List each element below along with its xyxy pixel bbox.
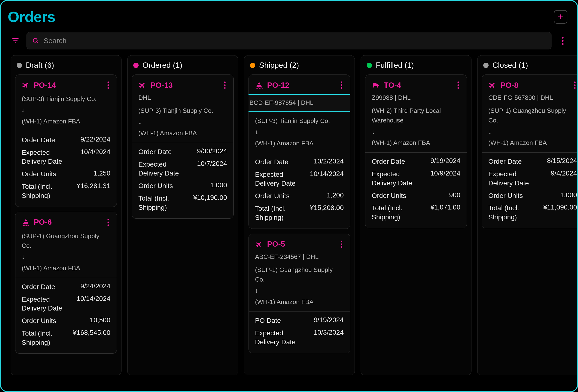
- stat-value: 9/19/2024: [430, 157, 460, 165]
- order-card[interactable]: PO-5ABC-EF-234567 | DHL(SUP-1) Guangzhou…: [248, 234, 350, 353]
- stat-value: 10/14/2024: [77, 295, 110, 302]
- stat-label: Expected Delivery Date: [488, 169, 540, 188]
- card-more-button[interactable]: [339, 240, 344, 249]
- card-stats: Order Date9/30/2024Expected Delivery Dat…: [132, 143, 233, 218]
- column-fulfilled: Fulfilled (1)TO-4Z99988 | DHL(WH-2) Thir…: [361, 55, 472, 375]
- route: (WH-2) Third Party Local Warehouse↓(WH-1…: [372, 106, 460, 147]
- card-stats: Order Date9/24/2024Expected Delivery Dat…: [15, 278, 117, 353]
- stat-label: Order Date: [138, 147, 172, 156]
- arrow-down-icon: ↓: [255, 286, 344, 295]
- stat-row: Order Date9/19/2024: [372, 157, 460, 166]
- card-body: PO-13DHL(SUP-3) Tianjin Supply Co.↓(WH-1…: [132, 75, 233, 138]
- stat-row: Total (Incl. Shipping)¥16,281.31: [22, 182, 110, 200]
- stat-row: Expected Delivery Date10/7/2024: [138, 160, 227, 178]
- stat-label: Total (Incl. Shipping): [488, 203, 540, 222]
- stat-row: Total (Incl. Shipping)¥15,208.00: [255, 204, 344, 222]
- stat-row: Total (Incl. Shipping)¥10,190.00: [138, 194, 227, 212]
- stat-row: Order Date9/22/2024: [22, 136, 110, 145]
- app-frame: Orders Draft (6)PO-14(SUP-3) Tianjin Sup…: [0, 0, 578, 392]
- ship-icon: [255, 81, 263, 89]
- card-title-row: PO-6: [22, 218, 110, 227]
- card-title-left: TO-4: [372, 81, 401, 90]
- stat-row: Order Date9/30/2024: [138, 147, 227, 156]
- order-id: PO-8: [500, 81, 519, 90]
- toolbar-more-button[interactable]: [558, 36, 567, 46]
- status-dot-icon: [133, 63, 139, 68]
- tracking-info[interactable]: BCD-EF-987654 | DHL: [248, 94, 350, 112]
- stat-value: 9/19/2024: [314, 316, 344, 324]
- stat-value: ¥10,190.00: [193, 194, 227, 201]
- stat-label: Expected Delivery Date: [138, 160, 190, 178]
- stat-value: 900: [449, 191, 460, 199]
- route-to: (WH-1) Amazon FBA: [488, 138, 577, 147]
- card-more-button[interactable]: [456, 81, 460, 90]
- tracking-info[interactable]: CDE-FG-567890 | DHL: [488, 94, 577, 101]
- column-draft: Draft (6)PO-14(SUP-3) Tianjin Supply Co.…: [11, 55, 121, 375]
- stat-row: Order Units1,200: [255, 192, 344, 200]
- stat-label: Order Units: [138, 181, 173, 191]
- order-card[interactable]: PO-8CDE-FG-567890 | DHL(SUP-1) Guangzhou…: [482, 74, 577, 228]
- card-body: PO-5ABC-EF-234567 | DHL(SUP-1) Guangzhou…: [249, 234, 350, 307]
- column-shipped: Shipped (2)PO-12BCD-EF-987654 | DHL(SUP-…: [244, 55, 355, 375]
- tracking-info[interactable]: DHL: [138, 94, 227, 101]
- order-card[interactable]: PO-14(SUP-3) Tianjin Supply Co.↓(WH-1) A…: [15, 74, 117, 207]
- column-closed: Closed (1)PO-8CDE-FG-567890 | DHL(SUP-1)…: [477, 55, 577, 375]
- stat-label: Order Units: [372, 191, 406, 200]
- card-title-row: PO-14: [22, 81, 110, 90]
- order-card[interactable]: TO-4Z99988 | DHL(WH-2) Third Party Local…: [365, 74, 467, 228]
- card-more-button[interactable]: [223, 81, 227, 90]
- route-to: (WH-1) Amazon FBA: [22, 116, 110, 126]
- stat-label: Order Date: [22, 282, 55, 292]
- card-title-row: TO-4: [372, 81, 460, 90]
- stat-label: Total (Incl. Shipping): [255, 204, 306, 222]
- order-id: PO-5: [267, 240, 285, 248]
- route-from: (SUP-3) Tianjin Supply Co.: [255, 116, 344, 126]
- stat-value: ¥15,208.00: [310, 204, 344, 212]
- stat-value: 1,000: [210, 181, 227, 189]
- order-card[interactable]: PO-13DHL(SUP-3) Tianjin Supply Co.↓(WH-1…: [132, 74, 234, 219]
- card-title-left: PO-13: [138, 81, 173, 90]
- stat-row: Total (Incl. Shipping)¥1,071.00: [372, 203, 460, 222]
- route-from: (WH-2) Third Party Local Warehouse: [372, 106, 460, 125]
- stat-value: 1,200: [327, 192, 344, 199]
- tracking-info[interactable]: ABC-EF-234567 | DHL: [255, 253, 344, 261]
- column-cards: PO-14(SUP-3) Tianjin Supply Co.↓(WH-1) A…: [15, 74, 117, 354]
- stat-value: ¥16,281.31: [77, 182, 110, 190]
- stat-row: Expected Delivery Date10/3/2024: [255, 329, 344, 347]
- tracking-info[interactable]: Z99988 | DHL: [372, 94, 460, 101]
- stat-row: Expected Delivery Date10/14/2024: [22, 295, 110, 313]
- stat-row: Order Units900: [372, 191, 460, 200]
- order-id: PO-12: [267, 81, 289, 90]
- card-title-row: PO-12: [255, 81, 344, 90]
- plane-icon: [22, 81, 30, 89]
- stat-value: 10/9/2024: [430, 169, 460, 177]
- stat-label: Order Units: [488, 191, 523, 200]
- stat-row: Expected Delivery Date10/14/2024: [255, 170, 344, 188]
- more-vertical-icon: [341, 241, 342, 248]
- card-more-button[interactable]: [339, 81, 344, 90]
- stat-value: 8/15/2024: [547, 157, 577, 165]
- route: (SUP-1) Guangzhou Supply Co.↓(WH-1) Amaz…: [255, 265, 344, 307]
- search-input[interactable]: [44, 37, 546, 45]
- column-cards: TO-4Z99988 | DHL(WH-2) Third Party Local…: [365, 74, 467, 228]
- more-vertical-icon: [224, 82, 226, 89]
- card-title-left: PO-5: [255, 240, 285, 248]
- card-more-button[interactable]: [106, 81, 110, 90]
- stat-value: ¥11,090.00: [543, 203, 577, 211]
- stat-label: Total (Incl. Shipping): [372, 203, 423, 222]
- column-header: Shipped (2): [248, 61, 350, 70]
- filter-button[interactable]: [11, 36, 20, 46]
- search-field[interactable]: [27, 32, 551, 49]
- card-stats: Order Date9/22/2024Expected Delivery Dat…: [15, 131, 117, 207]
- add-order-button[interactable]: [554, 10, 567, 24]
- card-more-button[interactable]: [573, 81, 577, 90]
- more-vertical-icon: [574, 82, 576, 89]
- stat-value: 10/3/2024: [314, 329, 344, 336]
- order-card[interactable]: PO-12BCD-EF-987654 | DHL(SUP-3) Tianjin …: [248, 74, 350, 229]
- card-more-button[interactable]: [106, 218, 110, 227]
- column-cards: PO-13DHL(SUP-3) Tianjin Supply Co.↓(WH-1…: [132, 74, 234, 219]
- order-card[interactable]: PO-6(SUP-1) Guangzhou Supply Co.↓(WH-1) …: [15, 212, 117, 354]
- header: Orders: [1, 1, 577, 28]
- kanban-board: Draft (6)PO-14(SUP-3) Tianjin Supply Co.…: [1, 55, 577, 385]
- stat-label: Order Date: [22, 136, 55, 145]
